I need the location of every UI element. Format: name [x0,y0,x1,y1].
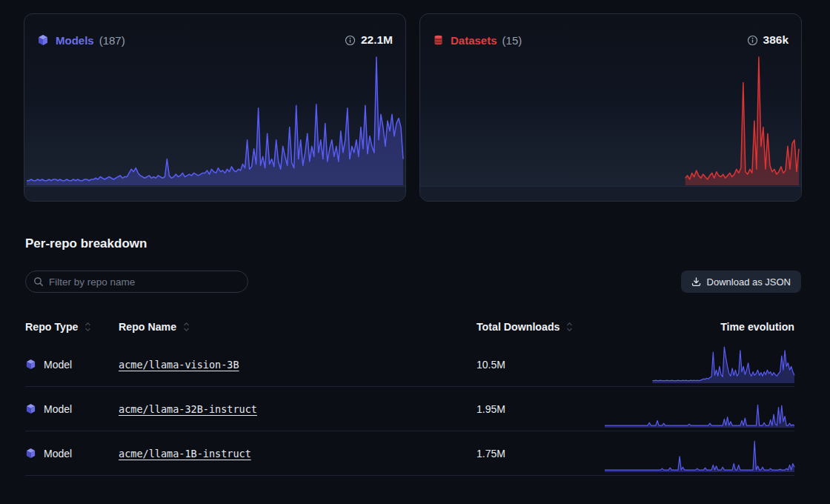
repo-name-link[interactable]: acme/llama-vision-3B [119,359,239,371]
column-header-repo-type[interactable]: Repo Type [25,321,119,333]
repo-name-cell: acme/llama-32B-instruct [119,402,477,416]
search-icon [33,276,44,287]
table-row: Model acme/llama-32B-instruct 1.95M [25,387,794,431]
sort-chevrons-icon [183,322,190,332]
repo-filter [25,271,248,293]
models-card: Models (187) 22.1M [24,13,406,202]
datasets-card-label: Datasets [451,34,497,47]
repo-type-cell: Model [25,403,119,415]
table-toolbar: Download as JSON [25,271,801,293]
sort-chevrons-icon [84,322,91,332]
datasets-card: Datasets (15) 386k [419,13,802,202]
models-card-header: Models (187) 22.1M [24,14,405,56]
models-card-footer [24,186,405,201]
table-row: Model acme/llama-vision-3B 10.5M [25,342,794,387]
column-label: Time evolution [720,321,794,333]
models-total-downloads: 22.1M [361,33,393,47]
total-downloads-cell: 1.75M [477,448,605,460]
models-card-label: Models [56,34,94,47]
per-repo-table: Repo Type Repo Name Total Downloads [25,311,794,476]
download-json-label: Download as JSON [707,276,791,288]
table-header-row: Repo Type Repo Name Total Downloads [25,311,794,342]
database-icon [433,34,444,46]
time-evolution-sparkline[interactable] [605,431,794,475]
time-evolution-sparkline[interactable] [605,387,794,431]
section-title: Per-repo breakdown [25,236,830,251]
datasets-card-footer [420,186,801,201]
datasets-chart[interactable] [422,56,799,186]
info-icon[interactable] [747,35,758,46]
repo-name-link[interactable]: acme/llama-32B-instruct [119,403,257,415]
cube-icon [25,359,36,370]
datasets-card-header: Datasets (15) 386k [420,14,801,56]
download-json-button[interactable]: Download as JSON [681,271,801,293]
cube-icon [37,34,49,46]
column-label: Repo Type [25,321,78,333]
repo-name-cell: acme/llama-vision-3B [119,358,477,371]
repo-type-cell: Model [25,359,119,371]
table-row: Model acme/llama-1B-instruct 1.75M [25,431,794,476]
cube-icon [25,403,36,414]
time-evolution-sparkline[interactable] [605,342,794,386]
download-icon [691,277,701,287]
models-chart[interactable] [27,56,403,186]
column-label: Total Downloads [477,321,560,333]
column-header-total-downloads[interactable]: Total Downloads [477,321,605,333]
total-downloads-cell: 1.95M [477,403,605,415]
repo-type-cell: Model [25,448,119,460]
repo-filter-input[interactable] [25,271,248,293]
models-card-count: (187) [99,34,125,47]
column-header-time-evolution: Time evolution [605,321,794,333]
datasets-card-count: (15) [502,34,522,47]
cube-icon [25,448,36,459]
total-downloads-cell: 10.5M [477,359,605,371]
repo-type-label: Model [44,403,72,415]
summary-cards: Models (187) 22.1M [24,13,802,202]
info-icon[interactable] [345,35,356,46]
repo-type-label: Model [44,448,72,460]
column-header-repo-name[interactable]: Repo Name [119,321,477,333]
repo-name-cell: acme/llama-1B-instruct [119,447,477,460]
repo-type-label: Model [44,359,72,371]
column-label: Repo Name [119,321,176,333]
datasets-total-downloads: 386k [763,33,788,47]
sort-chevrons-icon [566,322,573,332]
repo-name-link[interactable]: acme/llama-1B-instruct [119,448,251,460]
